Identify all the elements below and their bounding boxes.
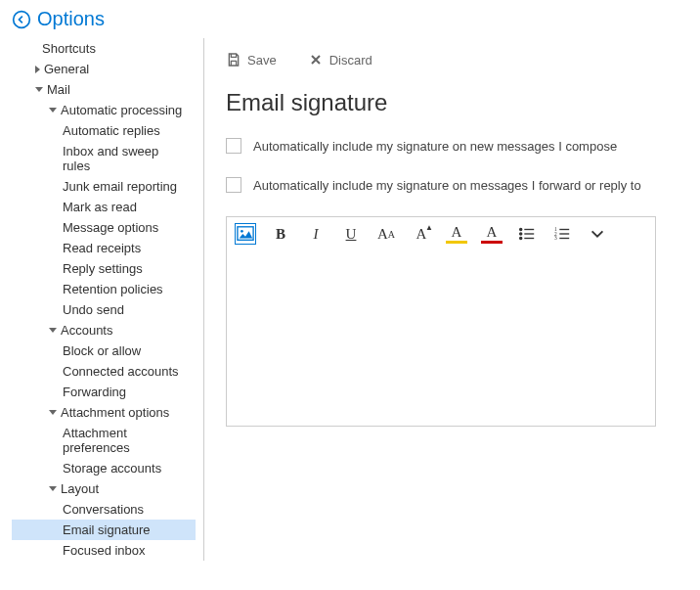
label: Message options (63, 220, 158, 235)
label: Connected accounts (63, 364, 179, 379)
label: Undo send (63, 302, 124, 317)
checkbox-icon[interactable] (226, 177, 241, 193)
label: Inbox and sweep rules (63, 144, 190, 173)
sidebar-layout[interactable]: Layout (12, 478, 196, 499)
signature-editor: B I U AA A▲ A A 123 (226, 216, 656, 427)
svg-point-4 (520, 233, 522, 235)
label: Automatically include my signature on ne… (253, 139, 617, 154)
sidebar-mark-read[interactable]: Mark as read (12, 197, 196, 217)
label: Discard (329, 53, 372, 68)
sidebar-forwarding[interactable]: Forwarding (12, 382, 196, 402)
label: Block or allow (63, 343, 141, 358)
sidebar-undo-send[interactable]: Undo send (12, 299, 196, 320)
insert-image-button[interactable] (235, 223, 256, 245)
svg-text:3: 3 (554, 235, 557, 241)
label: Automatic replies (63, 123, 160, 138)
sidebar-general[interactable]: General (12, 59, 196, 79)
label: Shortcuts (42, 41, 96, 56)
label: Layout (61, 481, 99, 496)
font-grow-button[interactable]: A▲ (411, 223, 432, 245)
sidebar-inbox-rules[interactable]: Inbox and sweep rules (12, 141, 196, 176)
editor-toolbar: B I U AA A▲ A A 123 (227, 217, 655, 251)
label: Automatic processing (61, 103, 182, 117)
sidebar-mail[interactable]: Mail (12, 79, 196, 100)
sidebar: Shortcuts General Mail Automatic process… (0, 38, 196, 561)
checkbox-include-forward[interactable]: Automatically include my signature on me… (226, 177, 678, 193)
label: Reply settings (63, 261, 143, 276)
svg-point-0 (14, 11, 30, 27)
back-icon[interactable] (12, 10, 31, 29)
label: Read receipts (63, 241, 141, 255)
highlight-button[interactable]: A (446, 224, 467, 244)
close-icon (308, 52, 324, 68)
checkbox-icon[interactable] (226, 138, 241, 154)
label: Attachment options (61, 405, 169, 420)
bold-button[interactable]: B (270, 223, 291, 245)
sidebar-attachment-prefs[interactable]: Attachment preferences (12, 423, 196, 458)
label: Email signature (63, 522, 151, 537)
sidebar-retention[interactable]: Retention policies (12, 279, 196, 299)
page-header-title: Options (37, 8, 105, 30)
save-icon (226, 52, 241, 68)
label: Attachment preferences (63, 426, 190, 455)
page-title: Email signature (226, 89, 678, 116)
main-panel: Save Discard Email signature Automatical… (203, 38, 700, 561)
number-list-button[interactable]: 123 (551, 223, 573, 245)
label: General (44, 62, 89, 76)
bullet-list-button[interactable] (516, 223, 538, 245)
label: Automatically include my signature on me… (253, 178, 641, 193)
svg-point-2 (241, 230, 243, 233)
sidebar-email-signature[interactable]: Email signature (12, 520, 196, 540)
save-button[interactable]: Save (226, 52, 277, 68)
sidebar-auto-replies[interactable]: Automatic replies (12, 120, 196, 141)
sidebar-junk-reporting[interactable]: Junk email reporting (12, 176, 196, 197)
underline-button[interactable]: U (340, 223, 362, 245)
sidebar-accounts[interactable]: Accounts (12, 320, 196, 340)
sidebar-reply-settings[interactable]: Reply settings (12, 258, 196, 279)
label: Save (247, 53, 277, 68)
sidebar-read-receipts[interactable]: Read receipts (12, 238, 196, 258)
label: Mail (47, 82, 70, 97)
sidebar-message-options[interactable]: Message options (12, 217, 196, 238)
label: Retention policies (63, 282, 163, 296)
font-color-button[interactable]: A (481, 224, 503, 244)
discard-button[interactable]: Discard (308, 52, 372, 68)
label: Conversations (63, 502, 144, 517)
sidebar-auto-processing[interactable]: Automatic processing (12, 100, 196, 120)
italic-button[interactable]: I (305, 223, 327, 245)
more-options-button[interactable] (587, 223, 608, 245)
label: Junk email reporting (63, 179, 177, 194)
label: Accounts (61, 323, 112, 338)
signature-textarea[interactable] (227, 251, 655, 423)
svg-point-3 (520, 228, 522, 230)
font-size-button[interactable]: AA (375, 223, 397, 245)
label: Storage accounts (63, 461, 161, 476)
sidebar-block-allow[interactable]: Block or allow (12, 340, 196, 361)
label: Forwarding (63, 385, 126, 399)
sidebar-conversations[interactable]: Conversations (12, 499, 196, 520)
label: Mark as read (63, 200, 137, 214)
sidebar-storage[interactable]: Storage accounts (12, 458, 196, 478)
sidebar-attachment[interactable]: Attachment options (12, 402, 196, 423)
svg-point-5 (520, 237, 522, 239)
checkbox-include-new[interactable]: Automatically include my signature on ne… (226, 138, 678, 154)
sidebar-shortcuts[interactable]: Shortcuts (12, 38, 196, 59)
sidebar-focused-inbox[interactable]: Focused inbox (12, 540, 196, 561)
sidebar-connected[interactable]: Connected accounts (12, 361, 196, 382)
label: Focused inbox (63, 543, 146, 558)
